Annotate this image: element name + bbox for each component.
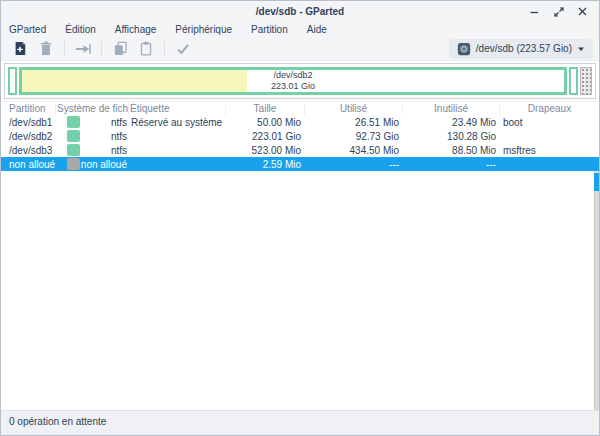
window-controls — [529, 6, 599, 17]
header-label: Étiquette — [129, 103, 226, 115]
apply-icon[interactable] — [170, 39, 196, 59]
header-flags: Drapeaux — [500, 103, 599, 115]
filesystem-name: ntfs — [80, 117, 129, 128]
filesystem-color-swatch — [67, 116, 80, 128]
paste-icon[interactable] — [133, 39, 159, 59]
device-selector-label: /dev/sdb (223.57 Gio) — [476, 43, 572, 54]
filesystem-name: ntfs — [80, 131, 129, 142]
disk-segment-name: /dev/sdb2 — [273, 70, 312, 81]
window-title: /dev/sdb - GParted — [1, 6, 599, 17]
filesystem-cell: ntfs — [56, 116, 129, 128]
disk-visual: /dev/sdb2 223.01 Gio — [1, 61, 599, 101]
filesystem-color-swatch — [67, 130, 80, 142]
filesystem-name: non alloué — [80, 159, 129, 170]
disk-segment-sdb3[interactable] — [569, 67, 578, 95]
filesystem-color-swatch — [67, 158, 80, 170]
table-row[interactable]: /dev/sdb1ntfsRéservé au système50.00 Mio… — [1, 115, 599, 129]
pending-operations-text: 0 opération en attente — [9, 416, 106, 427]
device-selector[interactable]: /dev/sdb (223.57 Gio) — [449, 39, 593, 59]
header-used: Utilisé — [305, 103, 403, 115]
disk-segment-label: /dev/sdb2 223.01 Gio — [22, 70, 564, 92]
new-partition-icon[interactable] — [7, 39, 33, 59]
gparted-window: /dev/sdb - GParted GParted Édition Affic… — [0, 0, 600, 436]
table-header: Partition Système de fichiers Étiquette … — [1, 101, 599, 115]
unused-value: 23.49 Mio — [403, 117, 500, 128]
size-value: 523.00 Mio — [226, 145, 305, 156]
toolbar-separator — [64, 41, 65, 56]
menu-peripherique[interactable]: Périphérique — [175, 24, 232, 35]
used-value: --- — [305, 159, 403, 170]
table-row[interactable]: /dev/sdb3ntfs523.00 Mio434.50 Mio88.50 M… — [1, 143, 599, 157]
disk-segment-sdb1[interactable] — [8, 67, 17, 95]
partition-name: /dev/sdb2 — [1, 131, 56, 142]
disk-icon — [457, 42, 471, 56]
toolbar-separator — [101, 41, 102, 56]
disk-segment-unallocated[interactable] — [580, 67, 592, 95]
flags-value: boot — [500, 117, 599, 128]
size-value: 50.00 Mio — [226, 117, 305, 128]
menu-gparted[interactable]: GParted — [9, 24, 46, 35]
header-unused: Inutilisé — [403, 103, 500, 115]
unused-value: 130.28 Gio — [403, 131, 500, 142]
menu-edition[interactable]: Édition — [65, 24, 96, 35]
close-icon[interactable] — [577, 6, 588, 17]
restore-icon[interactable] — [553, 6, 564, 17]
menu-aide[interactable]: Aide — [307, 24, 327, 35]
unused-value: --- — [403, 159, 500, 170]
disk-segment-size: 223.01 Gio — [271, 81, 315, 92]
partition-table: Partition Système de fichiers Étiquette … — [1, 101, 599, 171]
used-value: 26.51 Mio — [305, 117, 403, 128]
toolbar: /dev/sdb (223.57 Gio) — [1, 37, 599, 61]
partition-name: /dev/sdb1 — [1, 117, 56, 128]
partition-name: non alloué — [1, 159, 56, 170]
disk-visual-frame: /dev/sdb2 223.01 Gio — [4, 63, 596, 99]
disk-segment-sdb2[interactable]: /dev/sdb2 223.01 Gio — [19, 67, 567, 95]
menu-affichage[interactable]: Affichage — [115, 24, 157, 35]
vertical-scrollbar[interactable] — [594, 171, 599, 410]
menu-partition[interactable]: Partition — [251, 24, 288, 35]
header-size: Taille — [226, 103, 305, 115]
scrollbar-thumb[interactable] — [594, 173, 599, 191]
table-row[interactable]: /dev/sdb2ntfs223.01 Gio92.73 Gio130.28 G… — [1, 129, 599, 143]
menu-bar: GParted Édition Affichage Périphérique P… — [1, 22, 599, 37]
filesystem-cell: non alloué — [56, 158, 129, 170]
size-value: 2.59 Mio — [226, 159, 305, 170]
minimize-icon[interactable] — [529, 6, 540, 17]
resize-move-icon[interactable] — [70, 39, 96, 59]
partition-name: /dev/sdb3 — [1, 145, 56, 156]
size-value: 223.01 Gio — [226, 131, 305, 142]
used-value: 92.73 Gio — [305, 131, 403, 142]
delete-icon[interactable] — [33, 39, 59, 59]
header-partition: Partition — [1, 103, 56, 115]
partition-label: Réservé au système — [129, 117, 226, 128]
unused-value: 88.50 Mio — [403, 145, 500, 156]
copy-icon[interactable] — [107, 39, 133, 59]
header-filesystem: Système de fichiers — [56, 103, 129, 115]
toolbar-separator — [164, 41, 165, 56]
filesystem-name: ntfs — [80, 145, 129, 156]
filesystem-cell: ntfs — [56, 144, 129, 156]
flags-value: msftres — [500, 145, 599, 156]
filesystem-color-swatch — [67, 144, 80, 156]
used-value: 434.50 Mio — [305, 145, 403, 156]
empty-area — [1, 171, 599, 410]
title-bar: /dev/sdb - GParted — [1, 1, 599, 22]
chevron-down-icon — [577, 46, 585, 52]
status-bar: 0 opération en attente — [1, 410, 599, 435]
table-row[interactable]: non allouénon alloué2.59 Mio------ — [1, 157, 599, 171]
filesystem-cell: ntfs — [56, 130, 129, 142]
partition-table-body: /dev/sdb1ntfsRéservé au système50.00 Mio… — [1, 115, 599, 171]
